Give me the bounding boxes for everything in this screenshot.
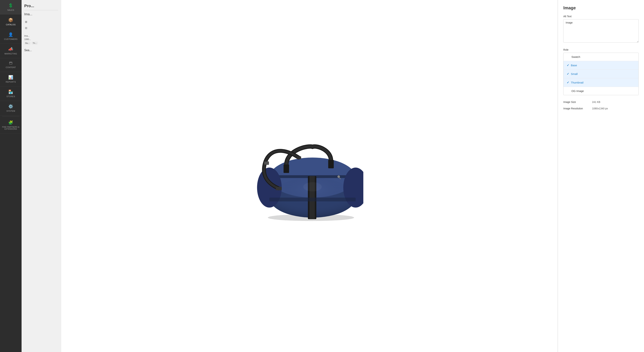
sidebar-item-label-customers: CUSTOMERS (4, 38, 18, 40)
svg-rect-14 (264, 162, 268, 164)
right-panel-title: Image (563, 5, 638, 10)
sidebar-item-catalog[interactable]: 📦 CATALOG (0, 14, 22, 29)
marketing-icon: 📣 (8, 47, 13, 51)
role-section: Role Swatch ✓ Base ✓ Small ✓ Thumbnail (563, 48, 638, 95)
sidebar-item-marketing[interactable]: 📣 MARKETING (0, 44, 22, 58)
product-image (256, 130, 363, 222)
image-filename: Ima... (24, 35, 58, 37)
left-panel: Pro... Ima... ⊞ ⊟ Ima... 1080... Ba... T… (22, 0, 61, 352)
check-icon-base: ✓ (567, 63, 569, 67)
alt-text-label: Alt Text (563, 15, 638, 18)
no-check-swatch (567, 55, 570, 58)
role-tag-thumb: Th... (32, 42, 38, 44)
product-image-container (61, 0, 558, 352)
content-icon: 🗔 (9, 61, 12, 65)
product-title: Pro... (24, 3, 58, 8)
image-meta: Image Size 241 KB Image Resolution 1080x… (563, 101, 638, 110)
role-list: Swatch ✓ Base ✓ Small ✓ Thumbnail OG Ima (563, 53, 638, 95)
sidebar-item-label-content: CONTENT (6, 66, 16, 68)
search-label: Sea... (24, 49, 58, 52)
sidebar: 💲 SALES 📦 CATALOG 👤 CUSTOMERS 📣 MARKETIN… (0, 0, 22, 352)
main-content: Pro... Ima... ⊞ ⊟ Ima... 1080... Ba... T… (22, 0, 644, 352)
sidebar-item-system[interactable]: ⚙️ SYSTEM (0, 101, 22, 115)
svg-rect-11 (284, 164, 289, 173)
svg-rect-10 (269, 198, 356, 201)
role-item-small[interactable]: ✓ Small (564, 70, 638, 78)
sidebar-item-label-find-partners: FIND PARTNERS & EXTENSIONS (2, 126, 20, 130)
find-partners-icon: 🧩 (8, 120, 13, 125)
customers-icon: 👤 (8, 32, 13, 37)
alt-text-input[interactable]: Image (563, 19, 638, 42)
sidebar-item-stores[interactable]: 🏪 STORES (0, 86, 22, 101)
no-check-og (567, 89, 570, 92)
image-resolution-label: Image Resolution (563, 107, 592, 110)
sidebar-item-label-stores: STORES (6, 95, 15, 97)
sidebar-item-label-sales: SALES (7, 9, 14, 11)
grid-view-button[interactable]: ⊞ (24, 19, 58, 25)
check-icon-small: ✓ (567, 72, 569, 76)
image-panel (61, 0, 558, 352)
sidebar-item-customers[interactable]: 👤 CUSTOMERS (0, 29, 22, 44)
role-item-label-thumbnail: Thumbnail (571, 81, 584, 84)
image-info: Ima... 1080... Ba... Th... (24, 35, 58, 45)
sidebar-item-find-partners[interactable]: 🧩 FIND PARTNERS & EXTENSIONS (0, 117, 22, 133)
role-item-label-small: Small (571, 72, 578, 75)
catalog-icon: 📦 (8, 18, 13, 22)
system-icon: ⚙️ (8, 104, 13, 109)
stores-icon: 🏪 (8, 90, 13, 94)
role-item-label-base: Base (571, 64, 577, 67)
role-label: Role (563, 48, 638, 51)
sidebar-item-label-catalog: CATALOG (6, 23, 16, 26)
image-size-value: 241 KB (592, 101, 600, 103)
sales-icon: 💲 (8, 3, 13, 8)
svg-rect-12 (328, 160, 334, 168)
role-item-base[interactable]: ✓ Base (564, 61, 638, 70)
sidebar-item-label-reports: REPORTS (6, 81, 16, 83)
sidebar-item-sales[interactable]: 💲 SALES (0, 0, 22, 14)
sidebar-item-content[interactable]: 🗔 CONTENT (0, 58, 22, 72)
list-icon: ⊟ (25, 26, 27, 30)
sidebar-item-reports[interactable]: 📊 REPORTS (0, 72, 22, 86)
images-subtitle: Ima... (24, 12, 58, 16)
role-item-thumbnail[interactable]: ✓ Thumbnail (564, 78, 638, 87)
sidebar-item-label-marketing: MARKETING (4, 53, 17, 55)
svg-rect-16 (297, 156, 301, 159)
image-resolution-value: 1080x1340 px (592, 107, 608, 110)
grid-icon: ⊞ (25, 20, 27, 23)
image-resolution-row: Image Resolution 1080x1340 px (563, 107, 638, 110)
sidebar-divider (2, 116, 20, 116)
svg-rect-15 (276, 187, 282, 190)
role-item-swatch[interactable]: Swatch (564, 53, 638, 61)
reports-icon: 📊 (8, 75, 13, 80)
list-view-button[interactable]: ⊟ (24, 25, 58, 31)
sidebar-item-label-system: SYSTEM (6, 110, 15, 112)
image-size-row: Image Size 241 KB (563, 101, 638, 103)
image-size-label: Image Size (563, 101, 592, 103)
image-resolution-small: 1080... (24, 38, 58, 40)
right-panel: Image Alt Text Image Role Swatch ✓ Base … (558, 0, 644, 352)
check-icon-thumbnail: ✓ (567, 81, 569, 84)
role-item-label-swatch: Swatch (572, 55, 580, 58)
svg-point-19 (303, 182, 322, 191)
role-item-label-og: OG Image (572, 89, 584, 92)
role-item-og-image[interactable]: OG Image (564, 87, 638, 95)
role-tag-base: Ba... (24, 42, 30, 44)
